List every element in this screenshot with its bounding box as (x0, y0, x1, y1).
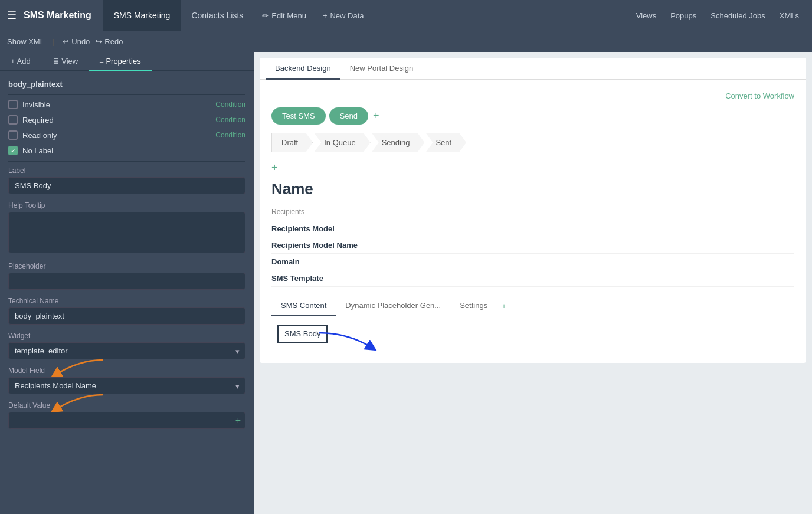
send-btn[interactable]: Send (329, 107, 368, 125)
main-layout: + Add 🖥 View ≡ Properties body_plaintext… (0, 52, 812, 514)
undo-icon: ↩ (63, 37, 69, 46)
recipients-model-label: Recipients Model (271, 224, 378, 233)
model-field-label: Model Field (8, 366, 245, 375)
form-tab-dynamic-placeholder[interactable]: Dynamic Placeholder Gen... (336, 296, 450, 316)
invisible-checkbox[interactable] (8, 100, 18, 109)
status-in-queue[interactable]: In Queue (314, 133, 371, 152)
form-tabs: SMS Content Dynamic Placeholder Gen... S… (271, 296, 794, 316)
domain-label: Domain (271, 257, 378, 266)
invisible-condition[interactable]: Condition (215, 100, 245, 109)
undo-btn[interactable]: ↩ Undo (63, 37, 90, 46)
redo-icon: ↪ (96, 37, 102, 46)
form-view: Convert to Workflow Test SMS Send + Draf… (260, 80, 806, 363)
tab-view[interactable]: 🖥 View (41, 52, 89, 71)
edit-icon: ✏ (262, 11, 269, 20)
status-draft[interactable]: Draft (271, 133, 313, 152)
edit-menu-action[interactable]: ✏ Edit Menu (254, 0, 315, 31)
form-add-section: + (271, 162, 794, 174)
form-tab-settings[interactable]: Settings (450, 296, 497, 316)
form-tab-sms-content[interactable]: SMS Content (271, 296, 336, 316)
divider-2 (8, 161, 245, 162)
left-panel: + Add 🖥 View ≡ Properties body_plaintext… (0, 52, 254, 514)
model-field-select-wrapper: Recipients Model Name (8, 377, 245, 394)
hamburger-icon[interactable]: ☰ (7, 9, 17, 22)
tab-properties[interactable]: ≡ Properties (89, 52, 151, 71)
sms-template-label: SMS Template (271, 274, 378, 283)
label-group: Label (8, 166, 245, 194)
required-label: Required (22, 116, 54, 125)
nav-tab-sms-marketing[interactable]: SMS Marketing (103, 0, 181, 31)
checkbox-row-required: Required Condition (8, 115, 245, 125)
widget-label: Widget (8, 332, 245, 340)
widget-select[interactable]: template_editor (8, 342, 245, 359)
widget-group: Widget template_editor (8, 332, 245, 359)
views-link[interactable]: Views (630, 0, 662, 31)
technical-name-group: Technical Name (8, 297, 245, 325)
model-field-group: Model Field Recipients Model Name (8, 366, 245, 394)
tab-backend-design[interactable]: Backend Design (266, 58, 340, 80)
action-row: Test SMS Send + (271, 107, 794, 125)
field-row-recipients-model-name: Recipients Model Name (271, 237, 794, 254)
recipients-model-name-label: Recipients Model Name (271, 241, 378, 250)
field-name-label: body_plaintext (8, 80, 245, 89)
form-plus-icon[interactable]: + (271, 162, 278, 173)
panel-body: body_plaintext Invisible Condition Requi… (0, 71, 254, 514)
placeholder-label: Placeholder (8, 262, 245, 270)
checkbox-row-readonly: Read only Condition (8, 130, 245, 140)
recipients-section-label: Recipients (271, 208, 794, 216)
plus-icon: + (323, 11, 328, 20)
tab-add[interactable]: + Add (0, 52, 41, 71)
default-value-label: Default Value (8, 401, 245, 410)
panel-tabs: + Add 🖥 View ≡ Properties (0, 52, 254, 71)
tab-new-portal-design[interactable]: New Portal Design (340, 58, 423, 80)
nolabel-label: No Label (22, 146, 53, 155)
readonly-label: Read only (22, 131, 57, 140)
required-checkbox[interactable] (8, 115, 18, 125)
field-row-sms-template: SMS Template (271, 270, 794, 287)
sms-body-cell[interactable]: SMS Body (277, 325, 328, 343)
default-value-plus[interactable]: + (235, 415, 241, 426)
checkbox-row-nolabel: No Label (8, 146, 245, 155)
top-nav: ☰ SMS Marketing SMS Marketing Contacts L… (0, 0, 812, 31)
toolbar: Show XML | ↩ Undo ↪ Redo (0, 31, 812, 52)
nolabel-checkbox[interactable] (8, 146, 18, 155)
app-title: SMS Marketing (24, 10, 91, 21)
status-sending[interactable]: Sending (372, 133, 425, 152)
widget-select-wrapper: template_editor (8, 342, 245, 359)
required-condition[interactable]: Condition (215, 116, 245, 124)
tooltip-textarea[interactable] (8, 212, 245, 253)
tooltip-group: Help Tooltip (8, 201, 245, 255)
readonly-checkbox[interactable] (8, 130, 18, 140)
new-data-action[interactable]: + New Data (315, 0, 372, 31)
redo-btn[interactable]: ↪ Redo (96, 37, 123, 46)
form-tab-add[interactable]: + (497, 296, 511, 316)
scheduled-jobs-link[interactable]: Scheduled Jobs (705, 0, 771, 31)
readonly-condition[interactable]: Condition (215, 131, 245, 139)
technical-name-input[interactable] (8, 307, 245, 325)
nav-tab-contacts-lists[interactable]: Contacts Lists (181, 0, 254, 31)
technical-name-label: Technical Name (8, 297, 245, 305)
tooltip-label: Help Tooltip (8, 201, 245, 209)
popups-link[interactable]: Popups (664, 0, 702, 31)
default-value-group: Default Value + (8, 401, 245, 429)
label-input[interactable] (8, 177, 245, 194)
placeholder-group: Placeholder (8, 262, 245, 290)
invisible-label: Invisible (22, 100, 50, 109)
show-xml-btn[interactable]: Show XML (7, 37, 44, 46)
right-content: Backend Design New Portal Design Convert… (254, 52, 812, 514)
status-bar: Draft In Queue Sending Sent (271, 133, 794, 152)
placeholder-input[interactable] (8, 273, 245, 290)
test-sms-btn[interactable]: Test SMS (271, 107, 326, 125)
field-row-domain: Domain (271, 254, 794, 270)
default-value-input[interactable] (8, 412, 245, 429)
status-sent[interactable]: Sent (425, 133, 466, 152)
model-field-select[interactable]: Recipients Model Name (8, 377, 245, 394)
design-tabs: Backend Design New Portal Design (260, 58, 806, 80)
field-row-recipients-model: Recipients Model (271, 221, 794, 237)
nav-right: Views Popups Scheduled Jobs XMLs (630, 0, 805, 31)
action-plus-btn[interactable]: + (368, 107, 384, 125)
form-name: Name (271, 180, 794, 198)
convert-link[interactable]: Convert to Workflow (271, 91, 794, 100)
checkbox-row-invisible: Invisible Condition (8, 100, 245, 109)
xmls-link[interactable]: XMLs (774, 0, 805, 31)
